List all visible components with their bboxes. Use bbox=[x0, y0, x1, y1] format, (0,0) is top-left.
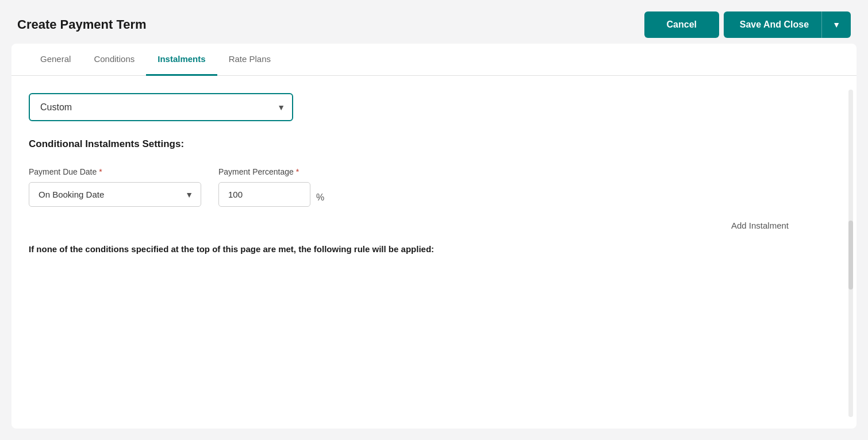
footer-note: If none of the conditions specified at t… bbox=[29, 244, 839, 254]
save-dropdown-button[interactable]: ▼ bbox=[821, 11, 851, 38]
add-instalment-row: Add Instalment bbox=[29, 218, 839, 233]
scrollbar-track[interactable] bbox=[848, 90, 853, 417]
percentage-group: % bbox=[218, 182, 324, 207]
tab-rate-plans[interactable]: Rate Plans bbox=[217, 44, 282, 76]
payment-due-date-select[interactable]: On Booking Date On Arrival Date On Depar… bbox=[29, 182, 201, 207]
tab-conditions[interactable]: Conditions bbox=[82, 44, 146, 76]
payment-due-date-select-wrapper: On Booking Date On Arrival Date On Depar… bbox=[29, 182, 201, 207]
add-instalment-button[interactable]: Add Instalment bbox=[727, 218, 793, 233]
star-icon[interactable]: ☆ bbox=[790, 0, 805, 2]
percent-symbol: % bbox=[316, 192, 324, 203]
payment-due-date-required: * bbox=[99, 167, 102, 176]
payment-percentage-required: * bbox=[296, 167, 299, 176]
section-heading: Conditional Instalments Settings: bbox=[29, 138, 839, 150]
payment-fields-row: Payment Due Date * On Booking Date On Ar… bbox=[29, 167, 839, 207]
payment-percentage-label: Payment Percentage * bbox=[218, 167, 324, 176]
payment-due-date-field: Payment Due Date * On Booking Date On Ar… bbox=[29, 167, 201, 207]
pin-icon[interactable]: 📌 bbox=[809, 0, 828, 2]
tab-general[interactable]: General bbox=[29, 44, 82, 76]
tab-instalments[interactable]: Instalments bbox=[146, 44, 217, 76]
cancel-button[interactable]: Cancel bbox=[644, 11, 719, 38]
content-area: Custom Equal Manual ▼ Conditional Instal… bbox=[11, 76, 857, 429]
save-and-close-button[interactable]: Save And Close bbox=[724, 11, 825, 38]
tab-bar: General Conditions Instalments Rate Plan… bbox=[11, 44, 857, 76]
payment-percentage-input[interactable] bbox=[218, 182, 310, 207]
payment-due-date-label: Payment Due Date * bbox=[29, 167, 201, 176]
instalment-type-select[interactable]: Custom Equal Manual bbox=[29, 93, 293, 121]
page-title: Create Payment Term bbox=[17, 17, 147, 32]
instalment-type-field: Custom Equal Manual ▼ bbox=[29, 93, 293, 121]
payment-percentage-field: Payment Percentage * % bbox=[218, 167, 324, 207]
scrollbar-thumb[interactable] bbox=[848, 221, 853, 290]
